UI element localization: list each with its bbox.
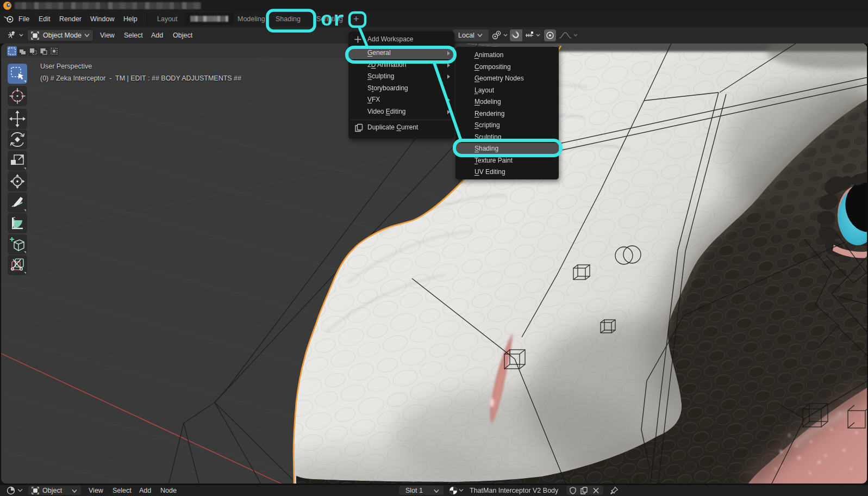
svg-text:or: or: [321, 9, 345, 32]
